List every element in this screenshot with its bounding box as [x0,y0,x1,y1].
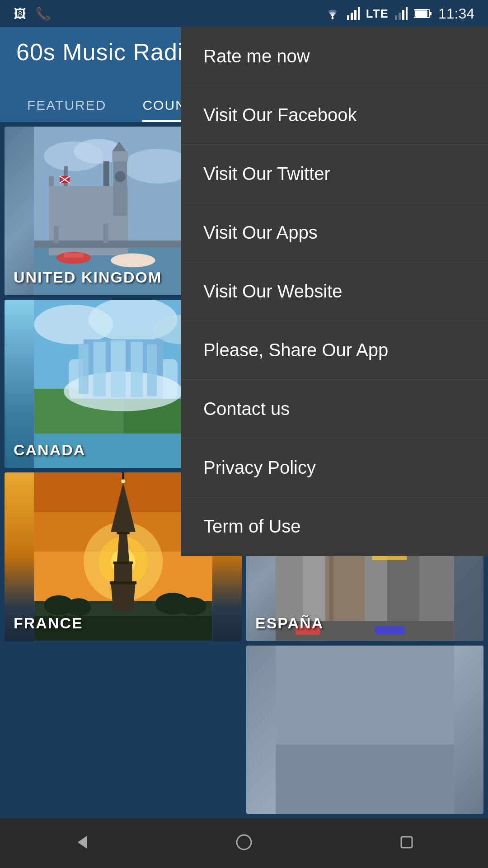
phone-icon: 📞 [35,6,51,21]
signal2-icon [395,7,408,20]
battery-icon [414,9,432,19]
svg-rect-7 [402,10,404,20]
svg-point-0 [331,17,333,19]
svg-rect-44 [79,344,89,394]
country-card-bottom[interactable] [246,646,483,814]
status-bar: 🖼 📞 LTE 11:34 [0,0,488,27]
status-bar-left-icons: 🖼 📞 [14,6,51,21]
wifi-icon [324,7,341,20]
svg-point-70 [178,597,206,615]
svg-rect-97 [401,837,412,848]
canada-label: CANADA [14,441,85,459]
svg-point-96 [237,835,251,849]
svg-rect-18 [49,176,54,186]
svg-rect-47 [131,342,143,397]
svg-rect-46 [111,340,126,397]
svg-rect-62 [110,581,136,585]
menu-item-facebook[interactable]: Visit Our Facebook [181,86,488,145]
svg-rect-63 [113,561,133,564]
back-icon [71,832,91,852]
svg-point-66 [121,479,125,483]
svg-rect-91 [375,626,404,635]
svg-rect-27 [103,223,108,243]
svg-rect-5 [395,15,397,20]
status-bar-right-icons: LTE 11:34 [324,5,474,22]
uk-label: UNITED KINGDOM [14,269,162,286]
svg-rect-45 [94,342,106,396]
home-button[interactable] [234,832,254,854]
tab-featured[interactable]: FEATURED [9,89,124,122]
svg-rect-11 [415,10,427,17]
svg-point-68 [66,598,91,616]
svg-rect-2 [351,13,353,20]
recents-icon [397,832,417,852]
svg-rect-48 [147,344,157,396]
menu-item-twitter[interactable]: Visit Our Twitter [181,145,488,203]
bottom-background [246,646,483,814]
bottom-nav [0,818,488,868]
svg-rect-20 [103,161,109,186]
espana-label: ESPAÑA [255,614,324,632]
back-button[interactable] [71,832,91,854]
svg-rect-8 [406,7,408,20]
svg-rect-64 [117,532,129,534]
france-label: FRANCE [14,614,83,632]
svg-marker-95 [78,836,87,849]
svg-rect-10 [430,12,432,15]
svg-rect-4 [358,7,360,20]
svg-rect-1 [347,15,349,20]
svg-point-30 [111,253,155,267]
menu-item-terms[interactable]: Term of Use [181,497,488,556]
lte-label: LTE [366,7,389,21]
svg-rect-21 [113,156,127,216]
photo-icon: 🖼 [14,6,26,21]
menu-item-share[interactable]: Please, Share Our App [181,321,488,380]
app-title: 60s Music Radio [16,38,197,66]
time-display: 11:34 [438,5,474,22]
svg-rect-3 [354,10,357,20]
svg-rect-29 [64,253,84,258]
menu-item-website[interactable]: Visit Our Website [181,262,488,321]
svg-rect-24 [115,171,126,182]
menu-item-apps[interactable]: Visit Our Apps [181,203,488,262]
dropdown-menu: Rate me now Visit Our Facebook Visit Our… [181,27,488,556]
svg-rect-94 [276,745,454,814]
svg-rect-61 [114,561,132,581]
recents-button[interactable] [397,832,417,854]
svg-rect-6 [399,13,401,20]
svg-rect-22 [112,151,128,161]
svg-rect-26 [54,226,59,243]
menu-item-contact[interactable]: Contact us [181,380,488,439]
home-icon [234,832,254,852]
signal-icon [347,7,360,20]
menu-item-privacy[interactable]: Privacy Policy [181,439,488,497]
menu-item-rate[interactable]: Rate me now [181,27,488,86]
